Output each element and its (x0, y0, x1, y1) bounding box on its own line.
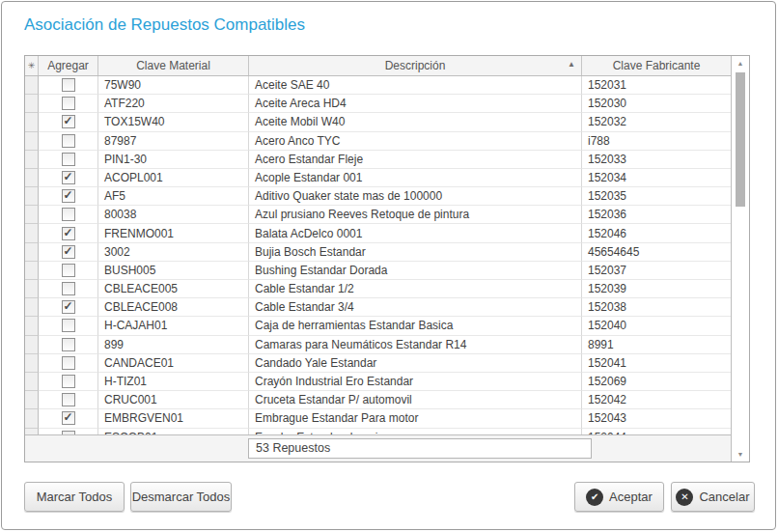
column-header-label: Descripción (385, 59, 446, 72)
check-icon: ✓ (63, 411, 72, 423)
row-selector-cell[interactable] (25, 224, 39, 242)
cell-clave-fabricante: 152046 (582, 224, 731, 242)
row-selector-cell[interactable] (25, 391, 39, 409)
row-checkbox[interactable]: ✓ (62, 375, 75, 388)
table-row[interactable]: ✓ H-TIZ01 Crayón Industrial Ero Estandar… (25, 373, 731, 391)
table-row[interactable]: ✓ ACOPL001 Acople Estandar 001 152034 (25, 169, 731, 187)
table-row[interactable]: ✓ 3002 Bujia Bosch Estandar 45654645 (25, 243, 731, 262)
table-row[interactable]: ✓ 75W90 Aceite SAE 40 152031 (25, 76, 731, 95)
row-checkbox[interactable]: ✓ (62, 245, 75, 259)
row-selector-cell[interactable] (25, 76, 39, 95)
cell-clave-fabricante: 152034 (582, 169, 731, 187)
row-checkbox[interactable]: ✓ (62, 300, 75, 314)
table-row[interactable]: ✓ CBLEACE008 Cable Estandar 3/4 152038 (25, 298, 731, 317)
cancelar-button[interactable]: ✕ Cancelar (671, 482, 755, 512)
row-selector-cell[interactable] (25, 132, 39, 151)
cell-clave-fabricante: 152039 (582, 280, 731, 298)
row-checkbox[interactable]: ✓ (62, 338, 75, 351)
agregar-cell: ✓ (39, 280, 98, 298)
row-selector-cell[interactable] (25, 262, 39, 280)
cell-descripcion: Aceite Mobil W40 (249, 113, 582, 131)
row-selector-cell[interactable] (25, 298, 39, 317)
x-circle-icon: ✕ (676, 489, 693, 506)
row-checkbox[interactable]: ✓ (62, 393, 75, 406)
table-row[interactable]: ✓ 80038 Azul prusiano Reeves Retoque de … (25, 206, 731, 224)
table-row[interactable]: ✓ BUSH005 Bushing Estandar Dorada 152037 (25, 262, 731, 280)
row-checkbox[interactable]: ✓ (62, 189, 75, 203)
cell-descripcion: Aceite SAE 40 (249, 76, 582, 95)
row-selector-cell[interactable] (25, 354, 39, 373)
repuestos-grid: ✳ Agregar Clave Material Descripción ▲ C… (24, 55, 750, 462)
row-selector-cell[interactable] (25, 187, 39, 206)
cell-descripcion: Aceite Areca HD4 (249, 95, 582, 113)
table-row[interactable]: ✓ PIN1-30 Acero Estandar Fleje 152033 (25, 151, 731, 169)
column-header-clave-material[interactable]: Clave Material (98, 56, 249, 75)
cell-clave-fabricante: 152038 (582, 298, 731, 317)
row-checkbox[interactable]: ✓ (62, 134, 75, 148)
row-selector-cell[interactable] (25, 95, 39, 113)
row-checkbox[interactable]: ✓ (62, 356, 75, 370)
scroll-up-icon[interactable]: ▲ (732, 56, 749, 70)
cell-clave-fabricante: 152043 (582, 409, 731, 428)
cell-clave-fabricante: 152035 (582, 187, 731, 206)
cell-clave-fabricante: 152031 (582, 76, 731, 95)
cell-clave-material: CRUC001 (98, 391, 249, 409)
check-icon: ✓ (63, 171, 72, 182)
scrollbar-thumb[interactable] (736, 72, 745, 207)
row-selector-cell[interactable] (25, 373, 39, 391)
row-checkbox[interactable]: ✓ (62, 115, 75, 128)
row-selector-cell[interactable] (25, 317, 39, 335)
row-selector-cell[interactable] (25, 206, 39, 224)
vertical-scrollbar[interactable]: ▲ ▼ (731, 56, 749, 462)
column-header-row-selector[interactable]: ✳ (25, 56, 39, 75)
table-row[interactable]: ✓ 87987 Acero Anco TYC i788 (25, 132, 731, 151)
row-checkbox[interactable]: ✓ (62, 208, 75, 221)
row-checkbox[interactable]: ✓ (62, 227, 75, 240)
agregar-cell: ✓ (39, 169, 98, 187)
agregar-cell: ✓ (39, 243, 98, 262)
column-header-descripcion[interactable]: Descripción ▲ (249, 56, 582, 75)
table-row[interactable]: ✓ FRENMO001 Balata AcDelco 0001 152046 (25, 224, 731, 242)
table-row[interactable]: ✓ 899 Camaras para Neumáticos Estandar R… (25, 336, 731, 354)
table-row[interactable]: ✓ EMBRGVEN01 Embrague Estandar Para moto… (25, 409, 731, 428)
row-checkbox[interactable]: ✓ (62, 78, 75, 92)
dialog-window: Asociación de Repuestos Compatibles ✳ Ag… (1, 1, 776, 530)
table-row[interactable]: ✓ CBLEACE005 Cable Estandar 1/2 152039 (25, 280, 731, 298)
column-header-clave-fabricante[interactable]: Clave Fabricante (582, 56, 731, 75)
row-checkbox[interactable]: ✓ (62, 411, 75, 425)
table-row[interactable]: ✓ CRUC001 Cruceta Estandar P/ automovil … (25, 391, 731, 409)
aceptar-button[interactable]: ✔ Aceptar (574, 482, 664, 512)
scroll-down-icon[interactable]: ▼ (732, 447, 749, 462)
row-selector-cell[interactable] (25, 243, 39, 262)
table-row[interactable]: ✓ AF5 Aditivo Quaker state mas de 100000… (25, 187, 731, 206)
cell-descripcion: Acero Anco TYC (249, 132, 582, 151)
column-header-agregar[interactable]: Agregar (39, 56, 98, 75)
row-selector-cell[interactable] (25, 151, 39, 169)
table-row[interactable]: ✓ TOX15W40 Aceite Mobil W40 152032 (25, 113, 731, 131)
cell-clave-fabricante: 152042 (582, 391, 731, 409)
row-checkbox[interactable]: ✓ (62, 319, 75, 332)
table-row[interactable]: ✓ H-CAJAH01 Caja de herramientas Estanda… (25, 317, 731, 335)
row-checkbox[interactable]: ✓ (62, 171, 75, 184)
table-row[interactable]: ✓ CANDACE01 Candado Yale Estandar 152041 (25, 354, 731, 373)
row-checkbox[interactable]: ✓ (62, 264, 75, 277)
desmarcar-todos-button[interactable]: Desmarcar Todos (130, 482, 232, 512)
row-checkbox[interactable]: ✓ (62, 282, 75, 295)
row-selector-cell[interactable] (25, 336, 39, 354)
row-checkbox[interactable]: ✓ (62, 153, 75, 166)
row-checkbox[interactable]: ✓ (62, 97, 75, 110)
check-icon: ✓ (63, 245, 72, 257)
cell-clave-fabricante: i788 (582, 132, 731, 151)
cell-clave-material: 87987 (98, 132, 249, 151)
row-selector-cell[interactable] (25, 409, 39, 428)
agregar-cell: ✓ (39, 336, 98, 354)
row-selector-cell[interactable] (25, 169, 39, 187)
agregar-cell: ✓ (39, 317, 98, 335)
marcar-todos-button[interactable]: Marcar Todos (24, 482, 125, 512)
row-selector-cell[interactable] (25, 280, 39, 298)
table-row[interactable]: ✓ ATF220 Aceite Areca HD4 152030 (25, 95, 731, 113)
cell-clave-material: 80038 (98, 206, 249, 224)
cell-clave-fabricante: 152036 (582, 206, 731, 224)
grid-main: ✳ Agregar Clave Material Descripción ▲ C… (25, 56, 731, 462)
row-selector-cell[interactable] (25, 113, 39, 131)
